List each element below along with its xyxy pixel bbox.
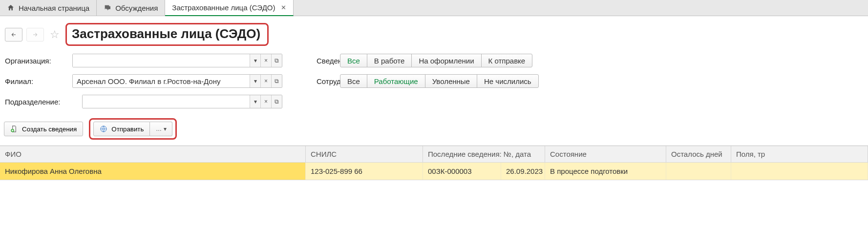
col-fio[interactable]: ФИО (0, 146, 306, 162)
col-status[interactable]: Состояние (545, 146, 666, 162)
clear-icon[interactable]: × (260, 95, 271, 108)
clear-icon[interactable]: × (260, 75, 271, 87)
send-label: Отправить (111, 126, 144, 133)
open-icon[interactable]: ⧉ (271, 54, 282, 67)
grid: ФИО СНИЛС Последние сведения: №, дата Со… (0, 146, 868, 180)
sotrudniki-label: Сотрудники: (282, 77, 334, 85)
cell-fields (731, 163, 868, 180)
clear-icon[interactable]: × (260, 54, 271, 67)
send-button[interactable]: Отправить (93, 122, 150, 136)
close-icon[interactable]: ✕ (281, 4, 286, 11)
col-lastinfo[interactable]: Последние сведения: №, дата (423, 146, 545, 162)
org-combo: ▾ × ⧉ (72, 54, 282, 67)
seg-inwork[interactable]: В работе (367, 54, 412, 67)
home-icon (7, 4, 15, 12)
col-daysleft[interactable]: Осталось дней (666, 146, 731, 162)
more-label: … (156, 126, 162, 132)
branch-label: Филиал: (4, 77, 72, 85)
seg-dismissed[interactable]: Уволенные (425, 74, 477, 88)
nav-back-button[interactable] (5, 28, 22, 42)
nav-forward-button[interactable] (26, 28, 44, 42)
page-header: ☆ Застрахованные лица (СЭДО) (0, 16, 868, 48)
send-splitbutton: Отправить … ▾ (93, 122, 172, 136)
dropdown-icon[interactable]: ▾ (250, 54, 260, 67)
tabs-bar: Начальная страница Обсуждения Застрахова… (0, 0, 868, 16)
org-input[interactable] (73, 54, 250, 67)
tab-label: Обсуждения (115, 4, 158, 12)
cell-daysleft (666, 163, 731, 180)
seg-tosend[interactable]: К отправке (481, 54, 533, 67)
branch-combo: ▾ × ⧉ (72, 74, 282, 88)
col-snils[interactable]: СНИЛС (306, 146, 423, 162)
seg-processing[interactable]: На оформлении (411, 54, 481, 67)
create-button[interactable]: Создать сведения (4, 122, 83, 136)
seg-notlisted[interactable]: Не числились (477, 74, 539, 88)
table-row[interactable]: Никофирова Анна Олеговна 123-025-899 66 … (0, 163, 868, 180)
toolbar: Создать сведения Отправить … ▾ (0, 115, 868, 146)
tab-home[interactable]: Начальная страница (0, 0, 97, 16)
tab-insured-persons[interactable]: Застрахованные лица (СЭДО) ✕ (165, 0, 294, 16)
send-highlight: Отправить … ▾ (89, 118, 177, 140)
grid-header: ФИО СНИЛС Последние сведения: №, дата Со… (0, 146, 868, 163)
seg-all-emp[interactable]: Все (340, 74, 367, 88)
sotrudniki-segment: Все Работающие Уволенные Не числились (340, 74, 539, 88)
cell-status: В процессе подготовки (545, 163, 666, 180)
document-add-icon (10, 125, 18, 133)
page-title: Застрахованные лица (СЭДО) (72, 26, 260, 42)
open-icon[interactable]: ⧉ (271, 75, 282, 87)
tab-label: Начальная страница (19, 4, 89, 12)
dropdown-icon[interactable]: ▾ (250, 75, 260, 87)
globe-icon (100, 125, 107, 133)
svedeniya-label: Сведения: (282, 57, 334, 65)
seg-all[interactable]: Все (340, 54, 367, 67)
cell-date: 26.09.2023 (501, 163, 545, 180)
branch-input[interactable] (73, 75, 250, 87)
open-icon[interactable]: ⧉ (271, 95, 282, 108)
filters: Организация: ▾ × ⧉ Сведения: Все В работ… (0, 48, 868, 108)
tab-label: Застрахованные лица (СЭДО) (172, 3, 275, 12)
chevron-down-icon: ▾ (164, 126, 167, 132)
cell-fio: Никофирова Анна Олеговна (0, 163, 306, 180)
title-highlight: Застрахованные лица (СЭДО) (65, 23, 269, 46)
favorite-icon[interactable]: ☆ (48, 28, 62, 41)
org-label: Организация: (4, 57, 72, 65)
create-label: Создать сведения (22, 126, 77, 133)
dropdown-icon[interactable]: ▾ (250, 95, 260, 108)
tab-discussions[interactable]: Обсуждения (97, 0, 165, 16)
seg-working[interactable]: Работающие (367, 74, 425, 88)
col-fields[interactable]: Поля, тр (731, 146, 868, 162)
chat-icon (104, 4, 111, 12)
cell-snils: 123-025-899 66 (306, 163, 423, 180)
send-more-button[interactable]: … ▾ (150, 122, 172, 136)
cell-num: 00ЗК-000003 (423, 163, 501, 180)
dept-input[interactable] (83, 95, 250, 108)
dept-combo: ▾ × ⧉ (82, 95, 282, 108)
svedeniya-segment: Все В работе На оформлении К отправке (340, 54, 532, 67)
dept-label: Подразделение: (4, 98, 82, 106)
